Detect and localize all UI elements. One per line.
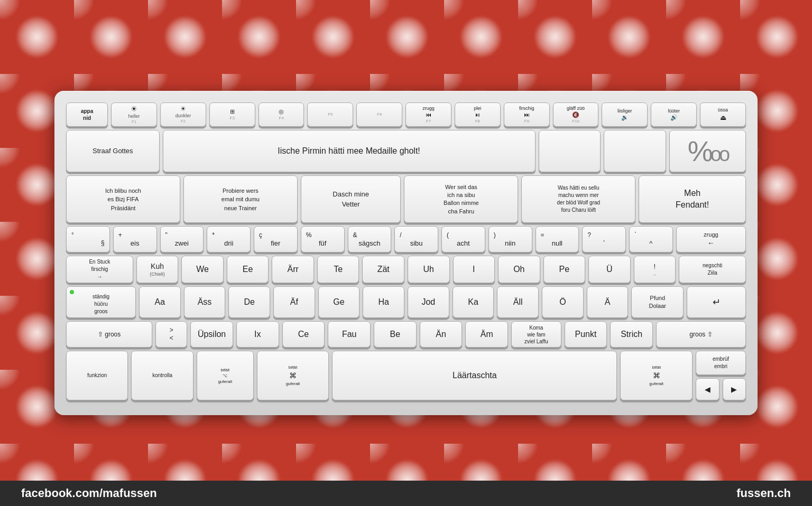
key-bot: guferalt <box>286 381 300 387</box>
key-fn[interactable]: funkzion <box>66 351 128 400</box>
key-f[interactable]: Äf <box>273 286 315 318</box>
key-9[interactable]: ) niin <box>488 226 532 252</box>
key-empty-2[interactable] <box>604 130 666 172</box>
key-f3[interactable]: ⊞ F3 <box>209 102 255 127</box>
key-p[interactable]: Pe <box>543 256 586 283</box>
key-ich-blibu[interactable]: Ich blibu noches Bizj FIFAPräsidänt <box>66 175 180 223</box>
key-y[interactable]: Üpsilon <box>190 321 233 348</box>
key-comma[interactable]: Komawie famzviel Laffu <box>511 321 561 348</box>
key-4[interactable]: ç fier <box>254 226 298 252</box>
key-probiere[interactable]: Probiere wersemal mit dumuneue Trainer <box>183 175 298 223</box>
key-7[interactable]: / sibu <box>394 226 438 252</box>
key-r[interactable]: Ärr <box>272 256 314 283</box>
key-f2[interactable]: ☀ dunkler F2 <box>160 102 206 127</box>
key-e[interactable]: Ee <box>227 256 269 283</box>
key-arrow-left[interactable]: ◀ <box>696 378 719 400</box>
key-backspace[interactable]: zrugg ← <box>676 226 746 252</box>
key-period[interactable]: Punkt <box>565 321 607 348</box>
key-label: firschig <box>519 106 534 111</box>
key-b[interactable]: Be <box>374 321 417 348</box>
key-5[interactable]: % füf <box>301 226 345 252</box>
key-return[interactable]: ↵ <box>687 286 746 318</box>
key-appa[interactable]: appanid <box>66 102 108 127</box>
key-f7[interactable]: zrugg ⏮ F7 <box>405 102 451 127</box>
key-k[interactable]: Ka <box>453 286 494 318</box>
key-2[interactable]: " zwei <box>160 226 204 252</box>
key-g[interactable]: Ge <box>318 286 360 318</box>
key-top: > <box>170 326 173 334</box>
key-label: Ich blibu noches Bizj FIFAPräsidänt <box>105 186 141 213</box>
key-ctrl[interactable]: kontrolla <box>131 351 193 400</box>
key-m[interactable]: Äm <box>465 321 508 348</box>
key-3[interactable]: * drii <box>207 226 251 252</box>
key-arrow-right[interactable]: ▶ <box>723 378 746 400</box>
key-shift-left[interactable]: ⇧ groos <box>66 321 152 348</box>
key-f6[interactable]: F6 <box>356 102 402 127</box>
key-o[interactable]: Oh <box>498 256 540 283</box>
key-minus[interactable]: ? ' <box>582 226 626 252</box>
key-label: heller <box>128 114 140 119</box>
key-f11[interactable]: liisliger 🔉 <box>602 102 648 127</box>
key-excl[interactable]: !.. <box>634 256 676 283</box>
key-sub: F8 <box>475 119 480 124</box>
key-c[interactable]: Ce <box>282 321 325 348</box>
key-dasch-mine[interactable]: Dasch mineVetter <box>301 175 401 223</box>
key-f1[interactable]: ☀ heller F1 <box>111 102 157 127</box>
key-u[interactable]: Uh <box>408 256 450 283</box>
key-t[interactable]: Te <box>317 256 359 283</box>
key-w[interactable]: We <box>181 256 224 283</box>
key-a[interactable]: Aa <box>139 286 181 318</box>
key-f8[interactable]: plei ⏯ F8 <box>455 102 501 127</box>
key-shift-right[interactable]: groos ⇧ <box>656 321 746 348</box>
key-v[interactable]: Fau <box>328 321 371 348</box>
top-key-row: Straaf Gottes Iische Pirmin hätti mee Me… <box>66 130 746 172</box>
key-6[interactable]: & sägsch <box>348 226 392 252</box>
key-alt-left[interactable]: bifäll⌥guferalt <box>197 351 254 400</box>
key-equals[interactable]: ` ^ <box>629 226 673 252</box>
key-f5[interactable]: F5 <box>307 102 353 127</box>
num-row: ° § + eis " zwei * drii ç fier % füf & s… <box>66 226 746 252</box>
key-percent[interactable]: %oo <box>669 130 746 172</box>
key-l[interactable]: Äll <box>497 286 539 318</box>
key-d[interactable]: De <box>228 286 270 318</box>
facebook-link[interactable]: facebook.com/mafussen <box>21 486 157 500</box>
key-0[interactable]: = null <box>536 226 579 252</box>
key-straaf-gottes[interactable]: Straaf Gottes <box>66 130 160 172</box>
key-umlaut-o[interactable]: Ö <box>542 286 584 318</box>
key-s[interactable]: Äss <box>184 286 226 318</box>
key-empty-1[interactable] <box>539 130 601 172</box>
key-i[interactable]: I <box>453 256 495 283</box>
key-z[interactable]: Zät <box>362 256 404 283</box>
key-lische-pirmin[interactable]: Iische Pirmin hätti mee Medaille gholt! <box>163 130 536 172</box>
key-h[interactable]: Ha <box>363 286 404 318</box>
key-wer-seit[interactable]: Wer seit dasich na sibuBallon nimmecha F… <box>404 175 518 223</box>
key-f9[interactable]: firschig ⏭ F9 <box>504 102 550 127</box>
key-f4[interactable]: ◎ F4 <box>259 102 304 127</box>
key-was-haetti[interactable]: Was hätti eu sellumachu wenn merder blöd… <box>521 175 635 223</box>
key-8[interactable]: ( acht <box>441 226 485 252</box>
key-j[interactable]: Jod <box>408 286 449 318</box>
key-eject[interactable]: üssa ⏏ <box>700 102 746 127</box>
key-pfund-dolaar[interactable]: PfundDolaar <box>631 286 684 318</box>
key-embru[interactable]: embrüf embri <box>696 351 746 375</box>
key-space[interactable]: Läärtaschta <box>332 351 617 400</box>
key-tab[interactable]: En Stuckfirschig→ <box>66 256 133 283</box>
key-section[interactable]: ° § <box>66 226 110 252</box>
key-label: kontrolla <box>152 372 172 379</box>
key-umlaut-a[interactable]: Ä <box>587 286 629 318</box>
key-n[interactable]: Än <box>420 321 463 348</box>
key-1[interactable]: + eis <box>113 226 157 252</box>
key-f12[interactable]: lüüter 🔊 <box>651 102 697 127</box>
key-caps-lock[interactable]: ständighüörugroos <box>66 286 136 318</box>
key-angle-bracket[interactable]: > < <box>155 321 187 348</box>
key-x[interactable]: Ix <box>236 321 279 348</box>
key-cmd-left[interactable]: bifäll ⌘ guferalt <box>257 351 329 400</box>
key-slash[interactable]: Strich <box>610 321 653 348</box>
key-enter-top[interactable]: negschtiZiila <box>679 256 746 283</box>
key-f10[interactable]: gläff züö 🔇 F10 <box>553 102 599 127</box>
key-q[interactable]: Kuh (Chieli) <box>136 256 179 283</box>
key-umlaut-u[interactable]: Ü <box>588 256 631 283</box>
key-meh-fendant[interactable]: MehFendant! <box>639 175 746 223</box>
website-link[interactable]: fussen.ch <box>736 486 791 500</box>
key-cmd-right[interactable]: bifäll ⌘ guferalt <box>620 351 693 400</box>
